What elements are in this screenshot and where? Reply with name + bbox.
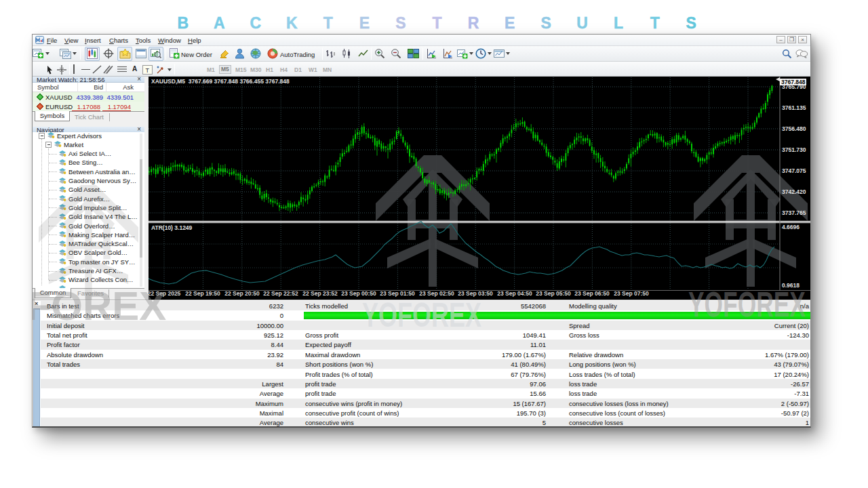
svg-text:T: T [146,67,150,74]
